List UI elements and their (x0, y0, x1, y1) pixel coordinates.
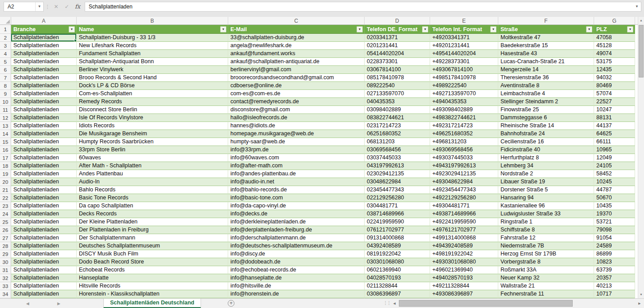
cell-name[interactable]: Bahlo Records (77, 186, 228, 194)
cell-name[interactable]: Audio-In (77, 178, 228, 186)
cell-tel-int-format[interactable]: +4943197992613 (430, 162, 498, 170)
cell-strasse[interactable]: Rheinische Straße 14 (498, 122, 594, 130)
sheet-tab-active[interactable]: Schallplattenläden Deutschland (103, 299, 201, 308)
row-header[interactable]: 12 (0, 114, 11, 122)
column-header-e[interactable]: E (430, 17, 498, 24)
cell-name[interactable]: Idiots Records (77, 122, 228, 130)
cell-strasse[interactable]: Hansaring 94 (498, 194, 594, 202)
cell-name[interactable]: Hitsville Records (77, 282, 228, 290)
cell-branche[interactable]: Schallplattenladen (11, 226, 77, 234)
cell-email[interactable]: info@horenstein.de (228, 290, 365, 298)
column-header-c[interactable]: C (228, 17, 365, 24)
name-box[interactable]: A2 ▼ (4, 2, 44, 12)
cell-tel-de-format[interactable]: 02317214723 (365, 122, 430, 130)
horizontal-scrollbar[interactable]: ◀ ▶ (390, 299, 644, 308)
row-header[interactable]: 10 (0, 98, 11, 106)
cancel-icon[interactable]: ✕ (51, 2, 62, 12)
cell-tel-int-format[interactable]: +493067814100 (430, 66, 498, 74)
add-sheet-button[interactable]: + (228, 300, 234, 307)
cell-plz[interactable]: 44787 (594, 186, 635, 194)
cell-tel-int-format[interactable]: +498191922042 (430, 250, 498, 258)
cell-tel-int-format[interactable]: +4954144020204 (430, 50, 498, 58)
cell-tel-int-format[interactable]: +493048622984 (430, 178, 498, 186)
cell-tel-int-format[interactable]: +493069568456 (430, 146, 498, 154)
cell-plz[interactable]: 10717 (594, 290, 635, 298)
cell-name[interactable]: Hanseplatte (77, 274, 228, 282)
cell-branche[interactable]: Schallplattenladen (11, 234, 77, 242)
row-header[interactable]: 2 (0, 34, 11, 42)
filter-dropdown-icon[interactable]: ▼ (220, 26, 226, 32)
horizontal-scrollbar-thumb[interactable] (399, 300, 573, 307)
cell-name[interactable]: Dock's LP & CD Börse (77, 82, 228, 90)
cell-plz[interactable]: 19370 (594, 210, 635, 218)
cell-tel-int-format[interactable]: +49201231441 (430, 42, 498, 50)
cell-plz[interactable]: 64625 (594, 130, 635, 138)
cell-branche[interactable]: Schallplattenladen (11, 122, 77, 130)
cell-strasse[interactable]: Cecilienstraße 16 (498, 138, 594, 146)
cell-name[interactable]: Humpty Records Saarbrücken (77, 138, 228, 146)
cell-strasse[interactable]: Roßmarkt 33A (498, 266, 594, 274)
filter-dropdown-icon[interactable]: ▼ (69, 26, 75, 32)
cell-email[interactable]: info@audio-in.net (228, 178, 365, 186)
cell-branche[interactable]: Schallplattenladen (11, 194, 77, 202)
cell-name[interactable]: Horenstein - Klassikschallplatten (77, 290, 228, 298)
cell-tel-de-format[interactable]: 023454477343 (365, 186, 430, 194)
scroll-up-icon[interactable]: ▲ (638, 17, 644, 24)
cell-email[interactable]: hallo@isleofrecords.de (228, 114, 365, 122)
row-header[interactable]: 25 (0, 218, 11, 226)
row-header[interactable]: 17 (0, 154, 11, 162)
cell-plz[interactable]: 20357 (594, 274, 635, 282)
cell-branche[interactable]: Schallplattenladen (11, 218, 77, 226)
cell-tel-int-format[interactable]: +49211328844 (430, 282, 498, 290)
cell-strasse[interactable]: Lehmberg 34 (498, 162, 594, 170)
cell-email[interactable]: info@da-capo-vinyl.de (228, 202, 365, 210)
cell-strasse[interactable]: Leimbachstraße 4 (498, 90, 594, 98)
expand-formula-bar-icon[interactable]: ▼ (633, 2, 641, 12)
cell-strasse[interactable]: Finowstraße 25 (498, 106, 594, 114)
cell-branche[interactable]: Schallplattenladen (11, 290, 77, 298)
cell-plz[interactable]: 12049 (594, 154, 635, 162)
cell-branche[interactable]: Schallplattenladen (11, 178, 77, 186)
cell-plz[interactable]: 24105 (594, 162, 635, 170)
row-header[interactable]: 27 (0, 234, 11, 242)
row-header[interactable]: 15 (0, 138, 11, 146)
cell-name[interactable]: Der Schallplattenmann (77, 234, 228, 242)
cell-strasse[interactable]: Libauer Straße 19 (498, 178, 594, 186)
cell-branche[interactable]: Schallplattenladen (11, 34, 77, 42)
cell-name[interactable]: Der Kleine Plattenladen (77, 218, 228, 226)
row-header[interactable]: 11 (0, 106, 11, 114)
row-header[interactable]: 21 (0, 186, 11, 194)
cell-branche[interactable]: Schallplattenladen (11, 50, 77, 58)
cell-branche[interactable]: Schallplattenladen (11, 162, 77, 170)
cell-plz[interactable]: 88131 (594, 114, 635, 122)
cell-branche[interactable]: Schallplattenladen (11, 186, 77, 194)
cell-tel-de-format[interactable]: 04392408589 (365, 242, 430, 250)
filter-dropdown-icon[interactable]: ▼ (422, 26, 428, 32)
cell-strasse[interactable]: Fidicinstraße 40 (498, 146, 594, 154)
cell-tel-int-format[interactable]: +4991314000868 (430, 234, 498, 242)
cell-email[interactable]: info@decks.de (228, 210, 365, 218)
cell-email[interactable]: hannes@idiots.de (228, 122, 365, 130)
cell-email[interactable]: info@dodobeach.de (228, 258, 365, 266)
row-header[interactable]: 19 (0, 170, 11, 178)
cell-branche[interactable]: Schallplattenladen (11, 258, 77, 266)
row-header[interactable]: 32 (0, 274, 11, 282)
row-header[interactable]: 34 (0, 290, 11, 298)
cell-branche[interactable]: Schallplattenladen (11, 154, 77, 162)
cell-branche[interactable]: Schallplattenladen (11, 42, 77, 50)
cell-strasse[interactable]: Baedekerstraße 15 (498, 42, 594, 50)
cell-tel-de-format[interactable]: 0211328844 (365, 282, 430, 290)
cell-strasse[interactable]: Moltkestraße 47 (498, 34, 594, 42)
cell-tel-int-format[interactable]: +4923029412135 (430, 170, 498, 178)
cell-email[interactable]: contact@remedyrecords.de (228, 98, 365, 106)
cell-tel-de-format[interactable]: 022129256280 (365, 194, 430, 202)
row-header[interactable]: 5 (0, 58, 11, 66)
row-header[interactable]: 18 (0, 162, 11, 170)
cell-email[interactable]: berlinervinyl@gmail.com (228, 66, 365, 74)
cell-plz[interactable]: 24589 (594, 242, 635, 250)
cell-plz[interactable]: 91054 (594, 234, 635, 242)
cell-tel-de-format[interactable]: 03086396897 (365, 290, 430, 298)
cell-strasse[interactable]: Lucas-Cranach-Straße 21 (498, 58, 594, 66)
cell-branche[interactable]: Schallplattenladen (11, 58, 77, 66)
cell-name[interactable]: Decks Records (77, 210, 228, 218)
